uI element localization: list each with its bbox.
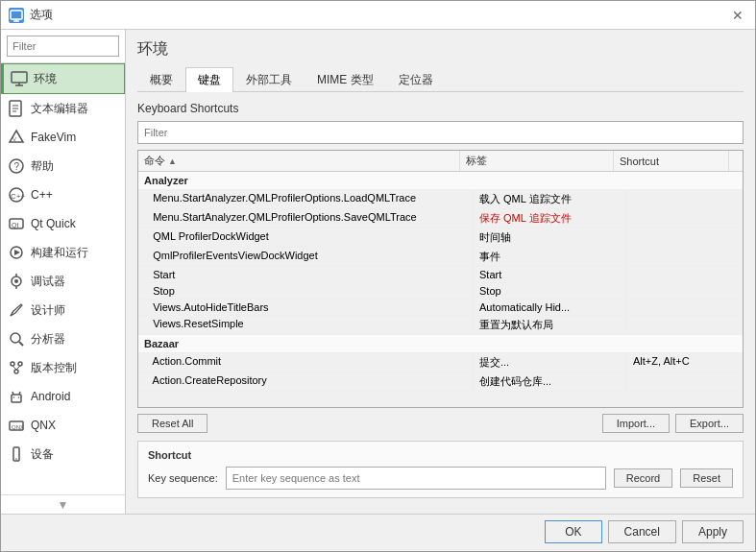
import-button[interactable]: Import...	[602, 414, 670, 433]
options-dialog: 选项 ✕ 环境	[0, 0, 756, 552]
cell-shortcut	[627, 283, 743, 299]
col-scrollbar-header	[729, 151, 743, 171]
table-row[interactable]: Action.CreateRepository 创建代码仓库...	[138, 372, 743, 392]
sidebar-item-build-run[interactable]: 构建和运行	[1, 238, 125, 267]
svg-point-36	[18, 396, 20, 398]
cancel-button[interactable]: Cancel	[608, 520, 676, 543]
table-row[interactable]: Menu.StartAnalyzer.QMLProfilerOptions.Lo…	[138, 190, 743, 209]
svg-line-34	[19, 392, 20, 395]
table-row[interactable]: Views.AutoHideTitleBars Automatically Hi…	[138, 300, 743, 316]
svg-line-26	[19, 342, 23, 346]
tab-locator[interactable]: 定位器	[386, 67, 446, 92]
cell-label: 提交...	[474, 353, 627, 372]
ok-button[interactable]: OK	[545, 520, 601, 543]
sidebar-item-designer[interactable]: 设计师	[1, 296, 125, 324]
dialog-footer: OK Cancel Apply	[1, 514, 755, 551]
svg-point-27	[11, 362, 14, 366]
sidebar-item-label: 文本编辑器	[31, 101, 88, 117]
vim-icon: V	[7, 128, 26, 147]
sidebar-item-text-editor[interactable]: 文本编辑器	[1, 94, 125, 123]
svg-point-40	[15, 458, 17, 460]
tab-keyboard[interactable]: 键盘	[185, 67, 233, 92]
table-row[interactable]: Action.Commit 提交... Alt+Z, Alt+C	[138, 353, 743, 372]
svg-rect-32	[12, 395, 21, 402]
cell-shortcut: Alt+Z, Alt+C	[627, 353, 743, 372]
sidebar-item-analyzer[interactable]: 分析器	[1, 324, 125, 353]
sidebar-item-android[interactable]: Android	[1, 382, 125, 411]
category-analyzer: Analyzer	[138, 172, 743, 190]
sidebar-filter-input[interactable]	[7, 36, 119, 57]
table-header: 命令 ▲ 标签 Shortcut	[138, 151, 743, 172]
sidebar-item-label: 环境	[34, 71, 57, 87]
analyze-icon	[7, 329, 26, 348]
cell-label: 事件	[474, 248, 627, 266]
svg-text:C++: C++	[11, 192, 25, 201]
tab-mime[interactable]: MIME 类型	[305, 67, 386, 92]
sidebar-item-label: 设备	[31, 446, 54, 463]
file-text-icon	[7, 99, 26, 118]
cell-command: Stop	[138, 283, 474, 299]
table-row[interactable]: Views.ResetSimple 重置为默认布局	[138, 316, 743, 335]
tab-external-tools[interactable]: 外部工具	[233, 67, 305, 92]
col-command-label: 命令	[144, 154, 165, 168]
sidebar-scroll-down[interactable]: ▼	[1, 494, 125, 514]
table-body[interactable]: Analyzer Menu.StartAnalyzer.QMLProfilerO…	[138, 172, 743, 407]
svg-line-30	[12, 366, 16, 370]
design-icon	[7, 300, 26, 320]
cell-shortcut	[627, 372, 743, 391]
shortcut-section-title: Shortcut	[148, 449, 733, 461]
sidebar-item-qnx[interactable]: QNX QNX	[1, 411, 125, 440]
tab-overview[interactable]: 概要	[137, 67, 185, 92]
sidebar-list: 环境 文本编辑器 V FakeVim	[1, 63, 125, 494]
table-action-buttons: Reset All Import... Export...	[137, 414, 744, 433]
svg-rect-0	[11, 11, 22, 19]
cell-shortcut	[627, 228, 743, 247]
sidebar-item-debugger[interactable]: 调试器	[1, 267, 125, 296]
key-sequence-label: Key sequence:	[148, 472, 218, 484]
help-icon: ?	[7, 156, 26, 176]
cell-label: 时间轴	[474, 228, 627, 247]
table-row[interactable]: Stop Stop	[138, 283, 743, 300]
sidebar-item-label: 帮助	[31, 158, 54, 175]
sidebar-item-cpp[interactable]: C++ C++	[1, 180, 125, 209]
sidebar-item-qt-quick[interactable]: Qt Qt Quick	[1, 209, 125, 238]
cpp-icon: C++	[7, 185, 26, 204]
table-row[interactable]: QML ProfilerDockWidget 时间轴	[138, 228, 743, 248]
title-bar-buttons: ✕	[728, 6, 747, 25]
sidebar: 环境 文本编辑器 V FakeVim	[1, 30, 126, 514]
col-label: 标签	[460, 151, 614, 171]
shortcuts-filter-input[interactable]	[137, 121, 744, 144]
record-button[interactable]: Record	[614, 468, 672, 488]
cell-command: Start	[138, 267, 474, 282]
svg-point-29	[14, 370, 18, 373]
reset-all-button[interactable]: Reset All	[137, 414, 207, 433]
qt-icon: Qt	[7, 214, 26, 233]
sidebar-item-environment[interactable]: 环境	[1, 63, 125, 94]
cell-shortcut	[627, 190, 743, 208]
sidebar-item-version-control[interactable]: 版本控制	[1, 353, 125, 382]
sidebar-item-label: 调试器	[31, 274, 65, 290]
cell-command: Action.CreateRepository	[138, 372, 474, 391]
col-shortcut-text: Shortcut	[620, 156, 659, 167]
sidebar-filter-area	[1, 30, 125, 63]
shortcut-reset-button[interactable]: Reset	[680, 468, 733, 488]
export-button[interactable]: Export...	[675, 414, 744, 433]
svg-text:V: V	[12, 136, 16, 142]
table-row[interactable]: QmlProfilerEventsViewDockWidget 事件	[138, 248, 743, 267]
svg-text:Qt: Qt	[12, 222, 18, 229]
window-title: 选项	[30, 7, 53, 23]
apply-button[interactable]: Apply	[682, 520, 744, 543]
svg-line-33	[12, 392, 13, 395]
key-sequence-input[interactable]	[226, 467, 606, 490]
table-row[interactable]: Menu.StartAnalyzer.QMLProfilerOptions.Sa…	[138, 209, 743, 228]
close-button[interactable]: ✕	[728, 6, 747, 25]
keyboard-shortcuts-title: Keyboard Shortcuts	[137, 102, 744, 115]
table-row[interactable]: Start Start	[138, 267, 743, 283]
shortcuts-table: 命令 ▲ 标签 Shortcut Analyzer Menu.St	[137, 150, 744, 408]
sidebar-item-device[interactable]: 设备	[1, 440, 125, 468]
shortcut-row: Key sequence: Record Reset	[148, 467, 733, 490]
sidebar-item-fakevim[interactable]: V FakeVim	[1, 123, 125, 152]
cell-command: Views.ResetSimple	[138, 316, 474, 334]
sidebar-item-help[interactable]: ? 帮助	[1, 152, 125, 180]
cell-label: Stop	[474, 283, 627, 299]
